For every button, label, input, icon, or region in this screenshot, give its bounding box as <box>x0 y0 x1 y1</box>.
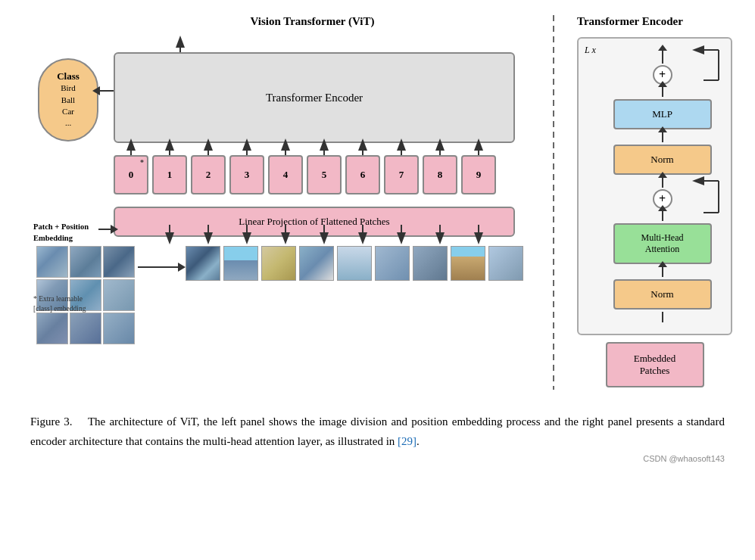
patch-8 <box>451 246 485 281</box>
token-3: 3 <box>229 155 264 194</box>
linear-proj-box: Linear Projection of Flattened Patches <box>114 207 515 237</box>
patch-7 <box>413 246 448 281</box>
enc-arrow-2 <box>662 132 663 142</box>
lx-label: L x <box>585 45 596 56</box>
enc-norm-box-1: Norm <box>613 145 712 175</box>
patch-1 <box>186 246 220 281</box>
patch-5 <box>337 246 372 281</box>
extra-learnable: * Extra learnable[class] embedding <box>33 294 86 315</box>
src-img-2 <box>70 246 101 278</box>
encoder-block: + MLP Norm + Multi-HeadAttention <box>605 50 719 322</box>
src-img-3 <box>103 246 135 278</box>
encoder-diagram: L x <box>577 37 732 390</box>
vit-diagram: Class BirdBallCar... MLPHead Transformer… <box>23 36 541 369</box>
token-7: 7 <box>384 155 419 194</box>
enc-mha-box: Multi-HeadAttention <box>613 223 712 264</box>
enc-arrow-1 <box>662 86 663 97</box>
token-4: 4 <box>268 155 303 194</box>
patch-2 <box>223 246 258 281</box>
right-panel: Transformer Encoder L x <box>566 15 732 390</box>
enc-arrow-4 <box>662 210 663 221</box>
class-label: Class <box>57 70 80 82</box>
patch-6 <box>375 246 410 281</box>
class-items: BirdBallCar... <box>61 82 76 129</box>
caption-end: . <box>416 435 420 447</box>
class-box: Class BirdBallCar... <box>38 58 98 142</box>
main-container: Vision Transformer (ViT) Class BirdBallC… <box>0 0 755 478</box>
arrow-src-patches-icon <box>138 266 179 268</box>
transformer-encoder-box: Transformer Encoder <box>114 52 515 143</box>
token-6: 6 <box>345 155 380 194</box>
token-8: 8 <box>423 155 457 194</box>
enc-arrow-3 <box>662 177 663 188</box>
transformer-title: Transformer Encoder <box>569 15 732 28</box>
enc-mlp-box: MLP <box>613 99 712 129</box>
patch-3 <box>261 246 296 281</box>
encoder-outer: L x <box>577 37 732 335</box>
embedded-patches-box: EmbeddedPatches <box>606 342 704 387</box>
patch-4 <box>299 246 334 281</box>
diagram-section: Vision Transformer (ViT) Class BirdBallC… <box>23 15 732 390</box>
token-9: 9 <box>461 155 496 194</box>
src-img-1 <box>36 246 68 278</box>
left-panel: Vision Transformer (ViT) Class BirdBallC… <box>23 15 541 390</box>
embedded-patches-wrapper: EmbeddedPatches <box>577 340 732 390</box>
patch-pos-label: Patch + PositionEmbedding <box>33 222 89 244</box>
patch-pos-arrow-icon <box>98 229 112 230</box>
csdn-credit: CSDN @whaosoft143 <box>23 454 732 463</box>
caption-section: Figure 3. The architecture of ViT, the l… <box>23 412 732 451</box>
enc-arrow-top <box>662 50 663 64</box>
divider <box>553 15 554 390</box>
token-5: 5 <box>307 155 342 194</box>
transformer-encoder-label: Transformer Encoder <box>266 92 363 104</box>
linear-proj-label: Linear Projection of Flattened Patches <box>239 216 389 228</box>
src-img-8 <box>70 313 101 344</box>
figure-num: Figure 3. <box>30 415 73 428</box>
vit-title: Vision Transformer (ViT) <box>83 15 541 28</box>
token-star: * <box>140 158 144 166</box>
image-patches-row <box>186 246 523 281</box>
token-0: * 0 <box>114 155 148 194</box>
enc-arrow-5 <box>662 266 663 277</box>
src-img-9 <box>103 313 135 344</box>
caption-text: The architecture of ViT, the left panel … <box>30 415 725 447</box>
patch-9 <box>488 246 523 281</box>
enc-arrow-bottom <box>662 312 663 322</box>
caption-link[interactable]: [29] <box>398 435 416 447</box>
token-2: 2 <box>191 155 226 194</box>
enc-norm-box-2: Norm <box>613 279 712 310</box>
token-1: 1 <box>152 155 187 194</box>
src-img-7 <box>36 313 68 344</box>
src-img-6 <box>103 279 135 311</box>
token-row: * 0 1 2 3 4 5 6 7 8 9 <box>114 155 496 194</box>
